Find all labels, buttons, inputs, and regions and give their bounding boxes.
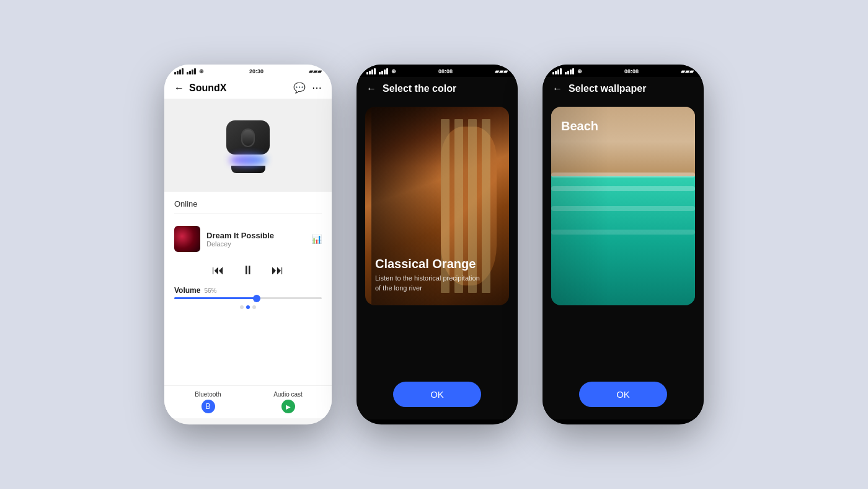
signal-bars-6: [565, 68, 574, 74]
battery-3: ▰▰▰: [681, 68, 694, 74]
phone-2: ⊕ 08:08 ▰▰▰ ← Select the color: [356, 65, 518, 424]
signal-area-3: ⊕: [552, 68, 582, 74]
battery-2: ▰▰▰: [495, 68, 508, 74]
back-button-1[interactable]: ←: [174, 83, 184, 94]
back-button-2[interactable]: ←: [366, 83, 376, 94]
time-2: 08:08: [438, 68, 453, 74]
signal-area-2: ⊕: [366, 68, 396, 74]
time-1: 20:30: [249, 68, 264, 74]
song-title: Dream It Possible: [206, 231, 305, 240]
phone-1: ⊕ 20:30 ▰▰▰ ← SoundX 💬 ⋯ Online: [164, 65, 332, 424]
phone2-screen: ← Select the color Classical Orange: [356, 77, 518, 419]
speaker-body: [226, 120, 270, 155]
song-row: Dream It Possible Delacey 📊: [164, 221, 332, 257]
app-header: ← SoundX 💬 ⋯: [164, 77, 332, 99]
phone3-screen: ← Select wallpaper Beach OK: [542, 77, 704, 419]
back-button-3[interactable]: ←: [552, 83, 562, 94]
prev-button[interactable]: ⏮: [212, 263, 224, 277]
wallpaper-select-title: Select wallpaper: [569, 83, 646, 94]
dark-header-2: ← Select the color: [356, 77, 518, 101]
more-icon[interactable]: ⋯: [312, 82, 322, 94]
song-artist: Delacey: [206, 240, 305, 248]
dot-3: [252, 305, 256, 309]
speaker-illustration: [223, 120, 273, 170]
album-art: [174, 226, 200, 252]
audio-cast-label: Audio cast: [273, 391, 303, 398]
bluetooth-label: Bluetooth: [195, 391, 221, 398]
wifi-icon-3: ⊕: [577, 68, 582, 74]
phone-3: ⊕ 08:08 ▰▰▰ ← Select wallpaper Beach: [542, 65, 704, 424]
status-bar-3: ⊕ 08:08 ▰▰▰: [542, 65, 704, 77]
audio-cast-item[interactable]: Audio cast ▶: [254, 391, 322, 413]
playback-controls: ⏮ ⏸ ⏭: [164, 257, 332, 282]
equalizer-icon[interactable]: 📊: [311, 234, 322, 244]
dot-2: [246, 305, 250, 309]
status-bar-1: ⊕ 20:30 ▰▰▰: [164, 65, 332, 77]
ok-btn-area-3: OK: [542, 372, 704, 419]
status-bar-2: ⊕ 08:08 ▰▰▰: [356, 65, 518, 77]
online-section: Online: [164, 192, 332, 221]
signal-bars-5: [552, 68, 562, 74]
volume-percent: 56%: [204, 287, 216, 294]
device-image: [164, 99, 332, 192]
cast-icon: ▶: [281, 400, 295, 413]
next-button[interactable]: ⏭: [272, 263, 284, 277]
volume-thumb[interactable]: [253, 295, 260, 302]
dark-header-3: ← Select wallpaper: [542, 77, 704, 101]
divider-1: [174, 213, 322, 213]
volume-label: Volume: [174, 286, 200, 295]
speaker-base: [231, 166, 265, 173]
chat-icon[interactable]: 💬: [293, 82, 306, 94]
song-info: Dream It Possible Delacey: [206, 231, 305, 248]
bluetooth-icon: B: [202, 400, 215, 413]
signal-bars-2: [187, 68, 196, 74]
dot-1: [240, 305, 244, 309]
ok-button-3[interactable]: OK: [579, 382, 667, 407]
ok-btn-area-2: OK: [356, 372, 518, 419]
volume-fill: [174, 297, 257, 299]
signal-bars-3: [366, 68, 376, 74]
color-card[interactable]: Classical Orange Listen to the historica…: [365, 107, 509, 305]
signal-area-1: ⊕: [174, 68, 204, 74]
online-label: Online: [174, 199, 198, 209]
time-3: 08:08: [624, 68, 639, 74]
ok-button-2[interactable]: OK: [393, 382, 481, 407]
wallpaper-card[interactable]: Beach: [551, 107, 695, 305]
color-select-title: Select the color: [383, 83, 456, 94]
signal-bars-4: [379, 68, 388, 74]
speaker-lens: [241, 128, 255, 147]
color-card-subtitle: Listen to the historical precipitation o…: [375, 274, 480, 293]
color-card-title: Classical Orange: [375, 257, 480, 271]
header-actions-1: 💬 ⋯: [293, 82, 322, 94]
speaker-glow: [229, 155, 267, 166]
pause-button[interactable]: ⏸: [242, 263, 254, 277]
phone1-screen: ← SoundX 💬 ⋯ Online: [164, 77, 332, 418]
wallpaper-card-title: Beach: [561, 119, 598, 133]
signal-bars-1: [174, 68, 184, 74]
app-title-1: SoundX: [189, 83, 288, 94]
color-card-text: Classical Orange Listen to the historica…: [375, 257, 480, 293]
bluetooth-item[interactable]: Bluetooth B: [174, 391, 242, 413]
wifi-icon-1: ⊕: [199, 68, 204, 74]
volume-section: Volume 56%: [164, 282, 332, 302]
bottom-actions: Bluetooth B Audio cast ▶: [164, 385, 332, 418]
page-dots: [164, 302, 332, 313]
volume-slider[interactable]: [174, 297, 322, 299]
battery-1: ▰▰▰: [309, 68, 322, 74]
wifi-icon-2: ⊕: [391, 68, 396, 74]
beach-background: [551, 107, 695, 305]
